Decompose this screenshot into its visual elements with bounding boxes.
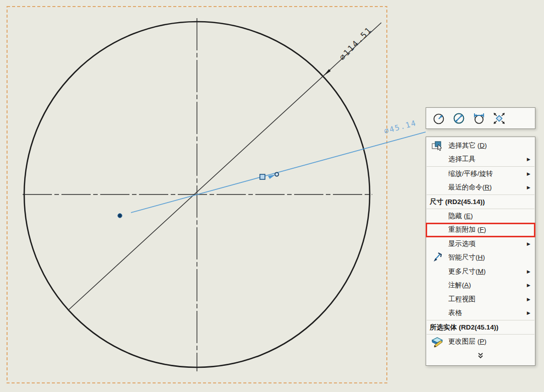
menu-expand-row[interactable] <box>426 349 535 363</box>
menu-item-label: 更改图层 (P) <box>448 337 487 346</box>
menu-item-label: 更多尺寸(M) <box>448 267 486 276</box>
dimension-leader-large[interactable] <box>68 23 381 310</box>
menu-item-label: 工程视图 <box>448 295 475 304</box>
menu-item-label: 显示选项 <box>448 239 475 248</box>
menu-item-hide[interactable]: 隐藏 (E) <box>426 209 535 223</box>
menu-item-zoom-pan-rotate[interactable]: 缩放/平移/旋转 ▶ <box>426 167 535 181</box>
move-entity-icon[interactable] <box>491 110 508 127</box>
menu-item-select-tool[interactable]: 选择工具 ▶ <box>426 153 535 167</box>
menu-item-label: 注解(A) <box>448 281 471 290</box>
submenu-arrow-icon: ▶ <box>527 241 530 246</box>
submenu-arrow-icon: ▶ <box>527 310 530 315</box>
menu-item-label: 选择其它 (D) <box>448 141 487 150</box>
menu-item-reattach[interactable]: 重新附加 (F) <box>426 223 535 237</box>
menu-item-drawing-views[interactable]: 工程视图 ▶ <box>426 292 535 306</box>
smart-dimension-icon <box>426 252 448 263</box>
dimension-small-label[interactable]: ∅45.14 <box>383 118 418 136</box>
menu-item-label: 表格 <box>448 308 462 317</box>
diameter-dimension-icon[interactable] <box>450 110 467 127</box>
menu-item-select-other[interactable]: 选择其它 (D) <box>426 139 535 153</box>
expand-menu-chevron-icon <box>477 352 484 359</box>
menu-section-header-dimension: 尺寸 (RD2(45.14)) <box>426 195 535 209</box>
menu-item-annotations[interactable]: 注解(A) ▶ <box>426 279 535 293</box>
submenu-arrow-icon: ▶ <box>527 171 530 176</box>
menu-item-tables[interactable]: 表格 ▶ <box>426 306 535 320</box>
menu-item-recent-commands[interactable]: 最近的命令(R) ▶ <box>426 181 535 195</box>
menu-item-label: 缩放/平移/旋转 <box>448 169 493 178</box>
menu-item-display-options[interactable]: 显示选项 ▶ <box>426 237 535 251</box>
change-layer-icon <box>426 336 448 348</box>
dimension-drag-handle[interactable] <box>260 174 265 179</box>
dimension-arrowhead-large <box>324 69 331 76</box>
dimension-large-label[interactable]: ∅114.51 <box>337 25 374 62</box>
dimension-anchor-dot[interactable] <box>118 214 122 218</box>
radius-dimension-icon[interactable] <box>430 110 447 127</box>
menu-item-label: 选择工具 <box>448 155 475 164</box>
submenu-arrow-icon: ▶ <box>527 157 530 162</box>
menu-item-label: 重新附加 (F) <box>448 225 486 234</box>
menu-item-change-layer[interactable]: 更改图层 (P) <box>426 335 535 349</box>
menu-item-smart-dimension[interactable]: 智能尺寸(H) <box>426 251 535 265</box>
submenu-arrow-icon: ▶ <box>527 283 530 288</box>
submenu-arrow-icon: ▶ <box>527 297 530 302</box>
submenu-arrow-icon: ▶ <box>527 269 530 274</box>
dimension-leader-selected[interactable] <box>131 132 426 213</box>
context-menu: 选择其它 (D) 选择工具 ▶ 缩放/平移/旋转 ▶ 最近的命令(R) ▶ 尺寸… <box>426 137 535 366</box>
linear-diameter-dimension-icon[interactable] <box>470 110 488 127</box>
menu-item-label: 隐藏 (E) <box>448 212 473 221</box>
menu-item-label: 智能尺寸(H) <box>448 253 485 262</box>
context-toolbar <box>426 107 535 129</box>
select-other-icon <box>426 140 448 151</box>
menu-item-label: 最近的命令(R) <box>448 183 492 192</box>
dimension-attach-point[interactable] <box>275 172 279 176</box>
menu-item-more-dimensions[interactable]: 更多尺寸(M) ▶ <box>426 265 535 279</box>
submenu-arrow-icon: ▶ <box>527 185 530 190</box>
menu-section-header-selected-entity: 所选实体 (RD2(45.14)) <box>426 320 535 334</box>
